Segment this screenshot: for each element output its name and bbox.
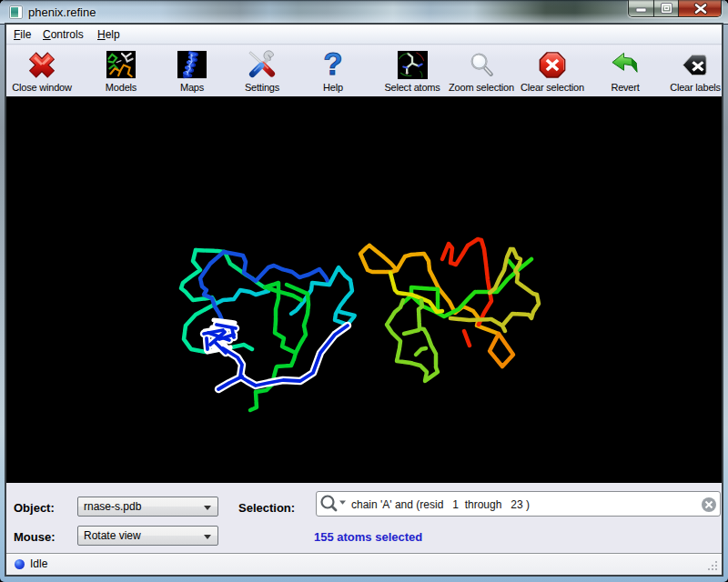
svg-text:?: ? <box>323 50 342 80</box>
